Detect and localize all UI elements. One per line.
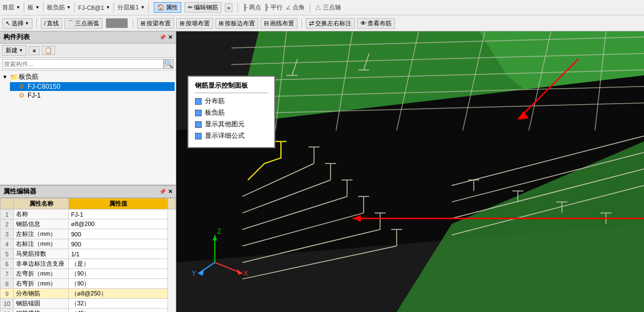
view-rebar-icon: 👁: [360, 20, 366, 26]
divider8: [36, 18, 37, 28]
attr-val-11[interactable]: （45）: [69, 309, 168, 313]
checkbox-1[interactable]: [195, 98, 202, 105]
divider2: [43, 3, 44, 13]
copy-component-button[interactable]: 📋: [42, 46, 55, 55]
search-button[interactable]: 🔍: [164, 59, 174, 69]
tree-item-fj-c80150[interactable]: ⚙ FJ-C80150: [10, 82, 175, 91]
svg-marker-56: [237, 269, 242, 275]
divider3: [74, 3, 75, 13]
arc-icon: ⌒: [68, 19, 74, 28]
arc-label: 三点画弧: [75, 19, 99, 28]
attr-val-6[interactable]: （是）: [69, 259, 168, 269]
checkbox-2[interactable]: [195, 110, 202, 116]
dot-angle-label: ∠ 点角: [286, 3, 305, 12]
by-slab-edge-icon: ⊞: [219, 20, 224, 27]
color-box: [106, 18, 128, 28]
col-value-header: 属性值: [69, 198, 168, 209]
swap-label-button[interactable]: ⇄ 交换左右标注: [306, 18, 355, 29]
by-beam-icon: ⊞: [140, 20, 145, 27]
element-label: FJ-C8@1: [78, 4, 104, 11]
by-wall-button[interactable]: ⊞ 按墙布置: [176, 18, 213, 29]
rebar-panel-item-2[interactable]: 板负筋: [195, 108, 268, 117]
rebar-panel-item-4[interactable]: 显示详细公式: [195, 131, 268, 141]
draw-line-button[interactable]: ⊟ 画线布置: [261, 18, 297, 29]
search-input[interactable]: [2, 59, 164, 69]
line-icon: /: [44, 20, 46, 26]
swap-label: 交换左右标注: [315, 19, 351, 28]
rebar-item-label-4: 显示详细公式: [205, 131, 245, 141]
by-wall-icon: ⊞: [180, 20, 185, 27]
by-beam-button[interactable]: ⊞ 按梁布置: [137, 18, 174, 29]
root-label: 板负筋: [19, 72, 39, 82]
attr-row-11: 11 钢筋搭接 （45）: [1, 309, 176, 313]
divider4: [113, 3, 114, 13]
attr-val-4[interactable]: 900: [69, 239, 168, 249]
edit-rebar-label: 编辑钢筋: [194, 3, 218, 12]
attr-name-11: 钢筋搭接: [14, 309, 69, 313]
property-icon: 🏠: [157, 4, 165, 11]
divider10: [301, 18, 302, 28]
attr-name-6: 非单边标注含支座: [14, 259, 69, 269]
attr-name-3: 左标注（mm）: [14, 229, 69, 239]
attr-val-10[interactable]: （32）: [69, 299, 168, 309]
row-num-11: 11: [1, 309, 14, 313]
col-scroll: [168, 198, 176, 209]
load-dropdown-icon: ▼: [67, 5, 71, 10]
attr-row-10: 10 钢筋锚固 （32）: [1, 299, 176, 309]
attr-name-2: 钢筋信息: [14, 219, 69, 229]
attr-pin-icon[interactable]: 📌: [159, 189, 166, 195]
attr-row-4: 4 右标注（mm） 900: [1, 239, 176, 249]
by-slab-edge-label: 按板边布置: [225, 19, 255, 28]
three-axis-label: △ 三点轴: [315, 3, 341, 12]
attr-val-9[interactable]: （⌀8@250）: [69, 289, 168, 299]
swap-icon: ⇄: [309, 20, 314, 27]
property-button[interactable]: 🏠 属性: [154, 2, 181, 13]
by-slab-edge-button[interactable]: ⊞ 按板边布置: [215, 18, 258, 29]
by-wall-label: 按墙布置: [186, 19, 210, 28]
tree-item-fj1[interactable]: ⚙ FJ-1: [10, 91, 175, 100]
col-name-header: 属性名称: [14, 198, 69, 209]
svg-text:Y: Y: [192, 270, 196, 277]
attr-val-5[interactable]: 1/1: [69, 249, 168, 259]
checkbox-4[interactable]: [195, 133, 202, 139]
select-label: 选择: [12, 19, 24, 28]
more-button[interactable]: »: [225, 3, 232, 12]
attr-val-1[interactable]: FJ-1: [69, 209, 168, 219]
attr-close-icon[interactable]: ✕: [168, 189, 172, 195]
row-num-1: 1: [1, 209, 14, 219]
rebar-control-panel[interactable]: 钢筋显示控制面板 分布筋 板负筋 显示其他图元 显示详细公式: [187, 76, 275, 148]
divider5: [148, 3, 149, 13]
tree-children: ⚙ FJ-C80150 ⚙ FJ-1: [1, 82, 175, 100]
attr-editor-title: 属性编辑器: [3, 187, 36, 196]
svg-line-58: [198, 262, 215, 273]
delete-component-button[interactable]: ×: [29, 46, 40, 55]
view-rebar-button[interactable]: 👁 查看布筋: [357, 18, 395, 29]
attr-name-9: 分布钢筋: [14, 289, 69, 299]
close-panel-icon[interactable]: ✕: [168, 34, 172, 40]
attr-row-2: 2 钢筋信息 ⌀8@200: [1, 219, 176, 229]
tree-root-item[interactable]: ▼ 📁 板负筋: [1, 72, 175, 82]
two-points-label: ╟ 两点: [243, 3, 261, 12]
checkbox-3[interactable]: [195, 121, 202, 128]
attr-row-8: 8 右弯折（mm） （90）: [1, 279, 176, 289]
rebar-panel-item-1[interactable]: 分布筋: [195, 96, 268, 106]
select-button[interactable]: ↖ 选择 ▼: [2, 18, 33, 29]
rebar-icon-1: ⚙: [19, 83, 26, 90]
divider1: [24, 3, 24, 13]
edit-rebar-button[interactable]: ✏ 编辑钢筋: [185, 2, 221, 13]
pin-icon[interactable]: 📌: [159, 34, 166, 40]
new-component-button[interactable]: 新建 ▼: [2, 45, 26, 56]
attr-val-2[interactable]: ⌀8@200: [69, 219, 168, 229]
line-label: 直线: [47, 19, 59, 28]
attr-val-3[interactable]: 900: [69, 229, 168, 239]
search-row: 🔍: [0, 58, 176, 71]
rebar-item-label-3: 显示其他图元: [205, 120, 245, 129]
line-button[interactable]: / 直线: [41, 18, 62, 29]
type-label: 板: [28, 3, 34, 12]
arc-button[interactable]: ⌒ 三点画弧: [64, 18, 102, 29]
attr-val-8[interactable]: （90）: [69, 279, 168, 289]
row-num-4: 4: [1, 239, 14, 249]
floor-dropdown-icon: ▼: [16, 5, 20, 10]
rebar-panel-item-3[interactable]: 显示其他图元: [195, 120, 268, 129]
attr-val-7[interactable]: （90）: [69, 269, 168, 279]
